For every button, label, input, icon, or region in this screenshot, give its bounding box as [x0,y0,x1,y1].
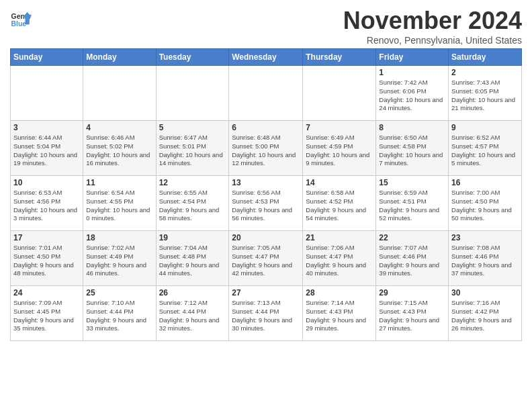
col-saturday: Saturday [449,49,522,66]
calendar-cell-w5-d1: 24Sunrise: 7:09 AM Sunset: 4:45 PM Dayli… [11,286,83,341]
day-number: 20 [232,233,300,242]
calendar-cell-w1-d7: 2Sunrise: 7:43 AM Sunset: 6:05 PM Daylig… [449,66,522,121]
day-number: 22 [379,233,445,242]
day-info: Sunrise: 6:44 AM Sunset: 5:04 PM Dayligh… [13,134,80,168]
day-info: Sunrise: 7:07 AM Sunset: 4:46 PM Dayligh… [379,244,445,278]
calendar-header: Sunday Monday Tuesday Wednesday Thursday… [11,49,522,66]
day-info: Sunrise: 6:55 AM Sunset: 4:54 PM Dayligh… [159,189,226,223]
week-row-3: 10Sunrise: 6:53 AM Sunset: 4:56 PM Dayli… [11,176,522,231]
calendar-cell-w5-d6: 29Sunrise: 7:15 AM Sunset: 4:43 PM Dayli… [376,286,449,341]
calendar-cell-w3-d3: 12Sunrise: 6:55 AM Sunset: 4:54 PM Dayli… [156,176,229,231]
day-number: 29 [379,288,445,298]
calendar-cell-w3-d2: 11Sunrise: 6:54 AM Sunset: 4:55 PM Dayli… [83,176,156,231]
day-number: 1 [379,68,445,77]
day-info: Sunrise: 7:04 AM Sunset: 4:48 PM Dayligh… [159,244,226,278]
day-number: 18 [86,233,152,242]
col-friday: Friday [376,49,449,66]
day-info: Sunrise: 7:00 AM Sunset: 4:50 PM Dayligh… [451,189,519,223]
week-row-2: 3Sunrise: 6:44 AM Sunset: 5:04 PM Daylig… [11,121,522,176]
day-info: Sunrise: 6:59 AM Sunset: 4:51 PM Dayligh… [379,189,445,223]
day-info: Sunrise: 7:09 AM Sunset: 4:45 PM Dayligh… [13,299,80,333]
day-number: 26 [159,288,226,298]
day-number: 8 [379,123,445,132]
calendar-cell-w1-d1 [11,66,83,121]
calendar-cell-w3-d4: 13Sunrise: 6:56 AM Sunset: 4:53 PM Dayli… [229,176,303,231]
day-number: 25 [86,288,152,298]
day-number: 23 [451,233,519,242]
calendar-cell-w4-d6: 22Sunrise: 7:07 AM Sunset: 4:46 PM Dayli… [376,231,449,286]
col-wednesday: Wednesday [229,49,303,66]
calendar-cell-w2-d4: 6Sunrise: 6:48 AM Sunset: 5:00 PM Daylig… [229,121,303,176]
col-monday: Monday [83,49,156,66]
day-info: Sunrise: 6:49 AM Sunset: 4:59 PM Dayligh… [306,134,373,168]
day-info: Sunrise: 7:42 AM Sunset: 6:06 PM Dayligh… [379,79,445,113]
day-info: Sunrise: 7:06 AM Sunset: 4:47 PM Dayligh… [306,244,373,278]
day-number: 17 [13,233,80,242]
calendar-cell-w5-d7: 30Sunrise: 7:16 AM Sunset: 4:42 PM Dayli… [449,286,522,341]
day-info: Sunrise: 6:56 AM Sunset: 4:53 PM Dayligh… [232,189,300,223]
day-number: 3 [13,123,80,132]
day-number: 5 [159,123,226,132]
calendar-cell-w2-d5: 7Sunrise: 6:49 AM Sunset: 4:59 PM Daylig… [303,121,376,176]
day-number: 27 [232,288,300,298]
day-number: 21 [306,233,373,242]
month-title: November 2024 [343,7,522,35]
day-info: Sunrise: 7:05 AM Sunset: 4:47 PM Dayligh… [232,244,300,278]
calendar-cell-w3-d7: 16Sunrise: 7:00 AM Sunset: 4:50 PM Dayli… [449,176,522,231]
calendar-cell-w4-d2: 18Sunrise: 7:02 AM Sunset: 4:49 PM Dayli… [83,231,156,286]
day-number: 12 [159,178,226,187]
day-info: Sunrise: 7:13 AM Sunset: 4:44 PM Dayligh… [232,299,300,333]
calendar-cell-w2-d3: 5Sunrise: 6:47 AM Sunset: 5:01 PM Daylig… [156,121,229,176]
calendar-cell-w3-d1: 10Sunrise: 6:53 AM Sunset: 4:56 PM Dayli… [11,176,83,231]
calendar-cell-w1-d3 [156,66,229,121]
day-info: Sunrise: 7:02 AM Sunset: 4:49 PM Dayligh… [86,244,152,278]
day-number: 11 [86,178,152,187]
day-info: Sunrise: 6:58 AM Sunset: 4:52 PM Dayligh… [306,189,373,223]
day-number: 4 [86,123,152,132]
calendar-cell-w5-d3: 26Sunrise: 7:12 AM Sunset: 4:44 PM Dayli… [156,286,229,341]
day-info: Sunrise: 6:46 AM Sunset: 5:02 PM Dayligh… [86,134,152,168]
day-number: 7 [306,123,373,132]
calendar-body: 1Sunrise: 7:42 AM Sunset: 6:06 PM Daylig… [11,66,522,341]
day-number: 28 [306,288,373,298]
calendar-cell-w3-d5: 14Sunrise: 6:58 AM Sunset: 4:52 PM Dayli… [303,176,376,231]
calendar-cell-w5-d2: 25Sunrise: 7:10 AM Sunset: 4:44 PM Dayli… [83,286,156,341]
day-number: 24 [13,288,80,298]
calendar-cell-w2-d7: 9Sunrise: 6:52 AM Sunset: 4:57 PM Daylig… [449,121,522,176]
title-block: November 2024 Renovo, Pennsylvania, Unit… [343,7,522,46]
calendar-cell-w2-d2: 4Sunrise: 6:46 AM Sunset: 5:02 PM Daylig… [83,121,156,176]
calendar-cell-w4-d1: 17Sunrise: 7:01 AM Sunset: 4:50 PM Dayli… [11,231,83,286]
day-number: 6 [232,123,300,132]
calendar-cell-w3-d6: 15Sunrise: 6:59 AM Sunset: 4:51 PM Dayli… [376,176,449,231]
day-info: Sunrise: 7:01 AM Sunset: 4:50 PM Dayligh… [13,244,80,278]
day-info: Sunrise: 7:14 AM Sunset: 4:43 PM Dayligh… [306,299,373,333]
day-number: 30 [451,288,519,298]
day-info: Sunrise: 7:16 AM Sunset: 4:42 PM Dayligh… [451,299,519,333]
col-tuesday: Tuesday [156,49,229,66]
day-info: Sunrise: 7:12 AM Sunset: 4:44 PM Dayligh… [159,299,226,333]
day-info: Sunrise: 7:10 AM Sunset: 4:44 PM Dayligh… [86,299,152,333]
day-number: 15 [379,178,445,187]
calendar-cell-w1-d4 [229,66,303,121]
calendar-table: Sunday Monday Tuesday Wednesday Thursday… [10,48,522,341]
calendar-cell-w5-d5: 28Sunrise: 7:14 AM Sunset: 4:43 PM Dayli… [303,286,376,341]
calendar-cell-w1-d6: 1Sunrise: 7:42 AM Sunset: 6:06 PM Daylig… [376,66,449,121]
logo-icon: General Blue [10,9,32,31]
calendar-cell-w2-d1: 3Sunrise: 6:44 AM Sunset: 5:04 PM Daylig… [11,121,83,176]
day-info: Sunrise: 6:50 AM Sunset: 4:58 PM Dayligh… [379,134,445,168]
calendar-cell-w4-d3: 19Sunrise: 7:04 AM Sunset: 4:48 PM Dayli… [156,231,229,286]
day-number: 2 [451,68,519,77]
day-info: Sunrise: 7:43 AM Sunset: 6:05 PM Dayligh… [451,79,519,113]
calendar-cell-w5-d4: 27Sunrise: 7:13 AM Sunset: 4:44 PM Dayli… [229,286,303,341]
day-info: Sunrise: 6:47 AM Sunset: 5:01 PM Dayligh… [159,134,226,168]
day-info: Sunrise: 6:48 AM Sunset: 5:00 PM Dayligh… [232,134,300,168]
day-number: 10 [13,178,80,187]
day-info: Sunrise: 7:08 AM Sunset: 4:46 PM Dayligh… [451,244,519,278]
day-info: Sunrise: 7:15 AM Sunset: 4:43 PM Dayligh… [379,299,445,333]
calendar-cell-w4-d5: 21Sunrise: 7:06 AM Sunset: 4:47 PM Dayli… [303,231,376,286]
day-number: 16 [451,178,519,187]
location: Renovo, Pennsylvania, United States [343,35,522,46]
week-row-5: 24Sunrise: 7:09 AM Sunset: 4:45 PM Dayli… [11,286,522,341]
header-row: Sunday Monday Tuesday Wednesday Thursday… [11,49,522,66]
header: General Blue November 2024 Renovo, Penns… [10,7,522,46]
